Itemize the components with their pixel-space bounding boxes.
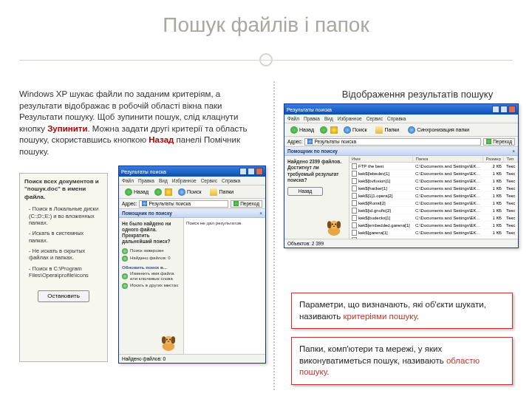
table-row[interactable]: FTP the bestC:\Documents and Settings\EK…	[349, 163, 518, 170]
back-button[interactable]: Назад	[122, 187, 151, 197]
table-row[interactable]: kek$[lebedev[1]C:\Documents and Settings…	[349, 170, 518, 177]
svg-point-3	[171, 336, 176, 344]
addr-value: Результаты поиска	[314, 139, 356, 144]
maximize-button[interactable]	[248, 168, 255, 175]
table-row[interactable]: kek$[embedded.garena[1]C:\Documents and …	[349, 222, 518, 229]
option-icon	[122, 273, 128, 279]
addr-value: Результаты поиска	[149, 201, 191, 206]
stop-keyword: Зупинити	[47, 124, 87, 133]
assist-item[interactable]: Поиск завершен	[122, 248, 180, 254]
panel1-list: - Поиск в Локальные диски (C:;D:;E:) и в…	[20, 204, 107, 285]
titlebar[interactable]: Результаты поиска	[284, 104, 518, 115]
minimize-button[interactable]	[492, 106, 499, 113]
up-icon[interactable]	[330, 126, 338, 134]
search-button[interactable]: Поиск	[341, 125, 369, 135]
go-label: Переход	[493, 139, 512, 144]
col-type[interactable]: Тип	[504, 156, 518, 163]
file-icon	[352, 237, 357, 239]
back-icon	[290, 126, 298, 134]
forward-icon[interactable]	[154, 188, 162, 196]
folders-button[interactable]: Папки	[372, 125, 402, 135]
table-row[interactable]: kek$[dvdspecial[1]C:\Documents and Setti…	[349, 236, 518, 239]
slide: Пошук файлів і папок Windows XP шукає фа…	[0, 0, 532, 399]
table-row[interactable]: kek$[garena[1]C:\Documents and Settings\…	[349, 229, 518, 236]
back-button[interactable]: Назад	[287, 187, 323, 196]
back-icon	[125, 188, 132, 196]
assist-item[interactable]: Найдено файлов: 0	[122, 256, 180, 262]
menu-item[interactable]: Сервис	[201, 178, 217, 183]
table-row[interactable]: kek$[bvfusion[1]C:\Documents and Setting…	[349, 177, 518, 185]
file-icon	[352, 208, 357, 214]
stop-button[interactable]: Остановить	[38, 290, 89, 302]
maximize-button[interactable]	[500, 106, 508, 113]
file-icon	[352, 178, 357, 184]
address-field[interactable]: Результаты поиска	[304, 138, 481, 146]
col-name[interactable]: Имя	[349, 156, 413, 163]
up-icon[interactable]	[165, 188, 172, 196]
toolbar: Назад Поиск Папки Синхронизация папки	[284, 123, 518, 137]
col-folder[interactable]: Папка	[413, 156, 483, 163]
body-paragraph: Windows XP шукає файли по заданим критер…	[19, 89, 248, 157]
address-bar: Адрес: Результаты поиска Переход	[119, 199, 265, 209]
go-label: Переход	[240, 201, 259, 206]
menu-item[interactable]: Вид	[159, 178, 168, 183]
menu-item[interactable]: Правка	[304, 116, 320, 121]
status-bar: Объектов: 2 399	[284, 239, 518, 248]
assistant-title: Помощник по поиску	[122, 211, 172, 216]
address-field[interactable]: Результаты поиска	[139, 200, 228, 208]
sync-icon	[408, 126, 415, 134]
results-area: Поиск не дал результатов.	[184, 218, 265, 354]
table-row[interactable]: kek$[td.gnuftc[2]C:\Documents and Settin…	[349, 207, 518, 214]
back-button[interactable]: Назад	[287, 125, 317, 135]
menubar: Файл Правка Вид Избранное Сервис Справка	[119, 177, 265, 185]
go-button[interactable]: Переход	[483, 138, 515, 146]
assist-item[interactable]: Искать в других местах	[122, 283, 180, 289]
file-icon	[352, 200, 357, 206]
svg-point-10	[337, 221, 341, 228]
minimize-button[interactable]	[239, 168, 247, 175]
go-icon	[233, 201, 239, 206]
menu-item[interactable]: Справка	[387, 116, 406, 121]
right-heading: Відображення результатів пошуку	[318, 89, 517, 100]
close-button[interactable]	[256, 168, 263, 175]
menu-item[interactable]: Избранное	[338, 116, 362, 121]
results-table-wrap: Имя Папка Размер Тип FTP the bestC:\Docu…	[349, 156, 518, 239]
address-bar: Адрес: Результаты поиска Переход	[284, 137, 518, 147]
back-label: Назад	[134, 189, 149, 194]
folders-button[interactable]: Папки	[207, 187, 236, 197]
sync-label: Синхронизация папки	[417, 127, 469, 132]
assistant-header: Помощник по поиску×	[284, 147, 518, 156]
sync-button[interactable]: Синхронизация папки	[405, 125, 472, 135]
assist-item[interactable]: Изменить имя файла или ключевые слова	[122, 271, 180, 282]
menu-item[interactable]: Справка	[222, 178, 241, 183]
menu-item[interactable]: Файл	[287, 116, 299, 121]
addr-label: Адрес:	[122, 201, 137, 206]
search-icon	[178, 188, 185, 196]
svg-point-9	[327, 221, 332, 228]
search-button[interactable]: Поиск	[175, 187, 204, 197]
menu-item[interactable]: Правка	[138, 178, 154, 183]
folders-label: Папки	[384, 127, 399, 132]
folders-icon	[375, 126, 383, 134]
menu-item[interactable]: Сервис	[366, 116, 383, 121]
menu-item[interactable]: Избранное	[172, 178, 197, 183]
file-icon	[352, 193, 357, 199]
table-row[interactable]: kek$[budecks[1]C:\Documents and Settings…	[349, 214, 518, 222]
go-button[interactable]: Переход	[231, 200, 262, 208]
menu-item[interactable]: Файл	[122, 178, 134, 183]
file-icon	[352, 171, 357, 177]
menu-item[interactable]: Вид	[324, 116, 333, 121]
addr-icon	[142, 201, 147, 206]
table-row[interactable]: kek$[1]1.opera[2]C:\Documents and Settin…	[349, 192, 518, 200]
titlebar[interactable]: Результаты поиска	[119, 166, 265, 177]
back-keyword: Назад	[149, 135, 174, 144]
callout-text2: .	[327, 367, 329, 376]
svg-point-2	[162, 336, 166, 344]
menubar: Файл Правка Вид Избранное Сервис Справка	[284, 115, 518, 123]
dog-assistant-icon	[324, 217, 344, 236]
col-size[interactable]: Размер	[483, 156, 504, 163]
close-button[interactable]	[508, 106, 516, 113]
table-row[interactable]: kek$[hacker[1]C:\Documents and Settings\…	[349, 185, 518, 192]
forward-icon[interactable]	[320, 126, 327, 134]
table-row[interactable]: kek$[Ronal[2]C:\Documents and Settings\E…	[349, 200, 518, 207]
